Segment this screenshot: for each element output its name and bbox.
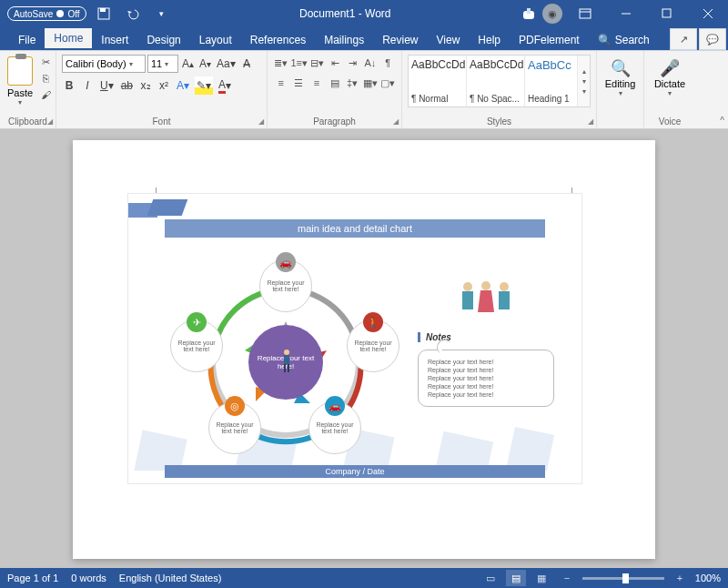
numbering-icon[interactable]: 1≡▾	[290, 55, 308, 71]
chart-footer: Company / Date	[165, 465, 545, 478]
clear-formatting-icon[interactable]: A̶	[239, 55, 254, 73]
status-words[interactable]: 0 words	[71, 573, 106, 583]
paste-button[interactable]: Paste ▾	[5, 55, 35, 108]
tab-insert[interactable]: Insert	[92, 30, 137, 50]
highlight-icon[interactable]: ✎▾	[195, 76, 213, 95]
maximize-button[interactable]	[646, 0, 687, 27]
zoom-in-button[interactable]: +	[670, 570, 690, 586]
align-left-icon[interactable]: ≡	[273, 75, 289, 91]
svg-rect-21	[462, 291, 473, 309]
bold-button[interactable]: B	[62, 76, 76, 95]
close-button[interactable]	[687, 0, 728, 27]
tab-design[interactable]: Design	[137, 30, 189, 50]
justify-icon[interactable]: ▤	[327, 75, 343, 91]
tab-review[interactable]: Review	[373, 30, 427, 50]
paste-icon	[7, 56, 33, 86]
qa-customize-icon[interactable]: ▾	[150, 2, 174, 25]
document-area[interactable]: main idea and detail chart	[0, 129, 728, 568]
comments-button[interactable]: 💬	[699, 28, 726, 50]
tab-help[interactable]: Help	[469, 30, 510, 50]
paragraph-group-label: Paragraph	[268, 117, 401, 127]
dictate-button[interactable]: 🎤 Dictate ▾	[650, 55, 690, 101]
italic-button[interactable]: I	[80, 76, 95, 95]
tab-mailings[interactable]: Mailings	[315, 30, 373, 50]
undo-icon[interactable]	[121, 2, 145, 25]
font-group-label: Font	[56, 117, 267, 127]
font-color-icon[interactable]: A▾	[217, 76, 233, 95]
print-layout-icon[interactable]: ▤	[506, 570, 526, 586]
line-spacing-icon[interactable]: ‡▾	[344, 75, 360, 91]
chart-title: main idea and detail chart	[165, 219, 545, 238]
tab-references[interactable]: References	[241, 30, 315, 50]
embedded-chart-image[interactable]: main idea and detail chart	[127, 193, 582, 484]
paragraph-launcher[interactable]: ◢	[393, 117, 399, 126]
font-launcher[interactable]: ◢	[258, 117, 264, 126]
minimize-button[interactable]	[605, 0, 646, 27]
style-heading-1[interactable]: AaBbCc Heading 1	[525, 56, 578, 106]
strikethrough-button[interactable]: ab	[119, 76, 135, 95]
share-button[interactable]: ↗	[670, 28, 697, 50]
autosave-toggle[interactable]: AutoSave Off	[7, 6, 86, 21]
search-box[interactable]: 🔍 Search	[589, 30, 659, 50]
tab-view[interactable]: View	[428, 30, 470, 50]
change-case-icon[interactable]: Aa▾	[215, 55, 238, 73]
decrease-indent-icon[interactable]: ⇤	[327, 55, 342, 71]
zoom-slider[interactable]	[582, 577, 664, 580]
car2-icon: 🚗	[325, 396, 345, 416]
style-normal[interactable]: AaBbCcDd ¶ Normal	[409, 56, 467, 106]
save-icon[interactable]	[92, 2, 116, 25]
zoom-out-button[interactable]: −	[557, 570, 577, 586]
show-marks-icon[interactable]: ¶	[380, 55, 396, 71]
tab-layout[interactable]: Layout	[190, 30, 241, 50]
text-effects-icon[interactable]: A▾	[175, 76, 191, 95]
read-mode-icon[interactable]: ▭	[480, 570, 500, 586]
format-painter-icon[interactable]: 🖌	[38, 87, 53, 102]
borders-icon[interactable]: ▢▾	[379, 75, 396, 91]
zoom-level[interactable]: 100%	[695, 573, 721, 583]
styles-launcher[interactable]: ◢	[588, 117, 593, 126]
mic-icon: 🎤	[660, 58, 680, 78]
shrink-font-icon[interactable]: A▾	[197, 55, 213, 73]
styles-gallery[interactable]: AaBbCcDd ¶ Normal AaBbCcDd ¶ No Spac... …	[408, 55, 591, 107]
align-center-icon[interactable]: ☰	[291, 75, 308, 91]
copy-icon[interactable]: ⎘	[38, 71, 53, 86]
web-layout-icon[interactable]: ▦	[531, 570, 551, 586]
styles-expand-icon[interactable]: ▴▾▾	[578, 56, 590, 106]
multilevel-list-icon[interactable]: ⊟▾	[309, 55, 325, 71]
status-page[interactable]: Page 1 of 1	[7, 573, 58, 583]
upload-icon[interactable]	[517, 2, 541, 25]
svg-point-22	[500, 282, 509, 291]
target-icon: ◎	[225, 396, 245, 416]
font-family-combo[interactable]: Calibri (Body)▾	[62, 55, 146, 73]
grow-font-icon[interactable]: A▴	[180, 55, 196, 73]
align-right-icon[interactable]: ≡	[308, 75, 325, 91]
shading-icon[interactable]: ▦▾	[362, 75, 379, 91]
bullets-icon[interactable]: ≣▾	[273, 55, 288, 71]
autosave-knob	[56, 10, 64, 17]
sort-icon[interactable]: A↓	[362, 55, 378, 71]
voice-group-label: Voice	[644, 117, 695, 127]
ribbon-display-icon[interactable]	[564, 0, 605, 27]
notes-panel: Notes Replace your text here! Replace yo…	[418, 279, 554, 407]
increase-indent-icon[interactable]: ⇥	[345, 55, 360, 71]
subscript-button[interactable]: x₂	[138, 76, 153, 95]
superscript-button[interactable]: x²	[157, 76, 171, 95]
style-no-spacing[interactable]: AaBbCcDd ¶ No Spac...	[467, 56, 525, 106]
editing-button[interactable]: 🔍 Editing ▾	[602, 55, 638, 101]
clipboard-launcher[interactable]: ◢	[47, 117, 53, 126]
tab-home[interactable]: Home	[45, 28, 92, 50]
svg-rect-4	[580, 9, 591, 18]
tab-pdfelement[interactable]: PDFelement	[510, 30, 589, 50]
account-icon[interactable]: ◉	[541, 2, 564, 25]
svg-point-24	[481, 281, 490, 290]
cut-icon[interactable]: ✂	[38, 55, 53, 69]
svg-rect-1	[100, 8, 106, 12]
status-language[interactable]: English (United States)	[119, 573, 222, 583]
underline-button[interactable]: U▾	[98, 76, 116, 95]
svg-rect-3	[527, 8, 531, 14]
font-size-combo[interactable]: 11▾	[147, 55, 178, 73]
collapse-ribbon-icon[interactable]: ^	[720, 116, 724, 126]
people-icons	[418, 279, 554, 319]
tab-file[interactable]: File	[9, 30, 45, 50]
car-icon: 🚗	[276, 252, 296, 272]
